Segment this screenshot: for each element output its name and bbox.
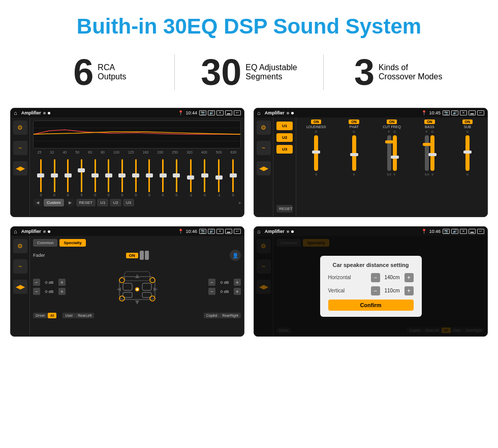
copilot-btn[interactable]: Copilot (204, 313, 220, 318)
eq-play-btn[interactable]: ▶ (66, 199, 75, 206)
fader-app-name: Amplifier (21, 229, 41, 234)
fader-sb3[interactable]: ◀▶ (13, 280, 27, 294)
eq-arrow-right[interactable]: » (238, 200, 241, 205)
eq-prev-btn[interactable]: ◀ (33, 199, 42, 206)
rl-minus[interactable]: − (33, 288, 40, 295)
eq-slider-1[interactable]: 0 (53, 159, 55, 197)
fader-screen-card: ⌂ Amplifier 📍 10:46 📷 🔊 ✕ ▬ ↩ ⚙ ~ ◀▶ (10, 226, 244, 337)
eq-custom-btn[interactable]: Custom (44, 199, 64, 206)
stat-number-crossover: 3 (354, 54, 375, 91)
eq-u2-btn[interactable]: U2 (110, 199, 121, 206)
crossover-reset-btn[interactable]: RESET (276, 205, 293, 213)
user-btn[interactable]: User (63, 313, 75, 318)
eq-sidebar-btn2[interactable]: ~ (13, 141, 27, 155)
svg-rect-7 (123, 292, 132, 297)
eq-sidebar-btn1[interactable]: ⚙ (13, 121, 27, 135)
fader-tab-common[interactable]: Common (33, 239, 57, 247)
fader-tab-specialty[interactable]: Specialty (59, 239, 85, 247)
fader-home-icon[interactable]: ⌂ (14, 228, 17, 234)
ch-phat-on[interactable]: ON (349, 120, 359, 124)
eq-slider-4[interactable]: 0 (94, 159, 96, 197)
all-btn[interactable]: All (48, 313, 57, 318)
confirm-button[interactable]: Confirm (328, 300, 414, 311)
ch-phat-name: PHAT (350, 125, 359, 129)
eq-slider-5[interactable]: 0 (108, 159, 110, 197)
ch-bass: ON BASS F 3.0 G 0 (412, 120, 447, 215)
eq-u1-btn[interactable]: U1 (97, 199, 108, 206)
fader-sb2[interactable]: ~ (13, 259, 27, 274)
eq-location-icon: 📍 (178, 110, 183, 115)
fr-plus[interactable]: + (234, 279, 241, 286)
crossover-sb3[interactable]: ◀▶ (257, 161, 271, 175)
fader-settings-icon[interactable]: 👤 (230, 250, 241, 261)
fr-minus[interactable]: − (208, 279, 215, 286)
eq-sidebar-btn3[interactable]: ◀▶ (13, 161, 27, 175)
eq-slider-0[interactable]: 0 (40, 159, 42, 197)
rearright-btn[interactable]: RearRight (220, 313, 241, 318)
crossover-back-icon[interactable]: ↩ (477, 110, 484, 115)
eq-slider-3[interactable]: 5 (80, 159, 82, 197)
fader-sb1[interactable]: ⚙ (13, 239, 27, 253)
eq-slider-10[interactable]: 0 (175, 159, 177, 197)
eq-slider-8[interactable]: 0 (148, 159, 150, 197)
stat-label-crossover: Kinds of Crossover Modes (379, 63, 442, 81)
eq-slider-2[interactable]: 0 (67, 159, 69, 197)
crossover-u3-btn[interactable]: U3 (276, 145, 293, 154)
crossover-location-icon: 📍 (421, 110, 427, 115)
crossover-sb1[interactable]: ⚙ (257, 121, 271, 135)
left-controls: − 0 dB + − 0 dB + (33, 279, 66, 295)
rr-minus[interactable]: − (208, 288, 215, 295)
rl-plus[interactable]: + (58, 288, 66, 295)
back-icon[interactable]: ↩ (234, 110, 241, 115)
eq-screen-card: ⌂ Amplifier 📍 10:44 📷 🔊 ✕ ▬ ↩ ⚙ ~ ◀▶ (10, 108, 244, 217)
eq-slider-6[interactable]: 0 (121, 159, 123, 197)
stat-divider-2 (323, 54, 324, 90)
eq-slider-9[interactable]: 0 (162, 159, 164, 197)
rl-value: 0 dB (42, 289, 57, 294)
speaker-layout: − 0 dB + − 0 dB + (33, 264, 241, 310)
dialog-back-icon[interactable]: ↩ (477, 229, 484, 234)
rearleft-btn[interactable]: RearLeft (75, 313, 94, 318)
eq-slider-12[interactable]: 0 (204, 159, 206, 197)
crossover-u1-btn[interactable]: U1 (276, 122, 293, 130)
dialog-horizontal-minus[interactable]: − (371, 273, 380, 282)
dialog-vertical-minus[interactable]: − (371, 286, 380, 295)
dialog-title: Car speaker distance setting (328, 262, 414, 268)
stat-rca: 6 RCA Outputs (30, 54, 169, 91)
eq-slider-7[interactable]: 0 (135, 159, 137, 197)
fader-on-btn[interactable]: ON (126, 253, 138, 258)
fader-label: Fader (33, 253, 45, 258)
dialog-status-icons: 📷 🔊 ✕ ▬ ↩ (443, 229, 484, 234)
fader-back-icon[interactable]: ↩ (234, 229, 241, 234)
fader-dot2 (48, 230, 50, 233)
dialog-vertical-stepper: − 110cm + (371, 286, 414, 295)
dialog-home-icon[interactable]: ⌂ (257, 228, 261, 234)
fl-minus[interactable]: − (33, 279, 40, 286)
eq-slider-13[interactable]: -1 (217, 159, 221, 197)
eq-slider-11[interactable]: -1 (189, 159, 192, 197)
ch-cutfreq-on[interactable]: ON (387, 120, 397, 124)
ch-sub-on[interactable]: ON (462, 120, 473, 124)
crossover-sb2[interactable]: ~ (257, 141, 271, 155)
crossover-screen-card: ⌂ Amplifier 📍 10:45 📷 🔊 ✕ ▬ ↩ ⚙ ~ ◀▶ U1 (254, 108, 488, 217)
fader-location-icon: 📍 (178, 229, 183, 234)
eq-slider-14[interactable]: 0 (232, 159, 234, 197)
ch-loudness-on[interactable]: ON (311, 120, 322, 124)
crossover-home-icon[interactable]: ⌂ (257, 110, 261, 116)
crossover-u2-btn[interactable]: U2 (276, 133, 293, 142)
svg-rect-8 (142, 292, 151, 297)
stat-eq: 30 EQ Adjustable Segments (180, 54, 319, 91)
rr-plus[interactable]: + (234, 288, 241, 295)
dialog-horizontal-plus[interactable]: + (404, 273, 414, 282)
driver-btn[interactable]: Driver (33, 313, 48, 318)
stat-label-rca: RCA Outputs (98, 63, 126, 81)
car-diagram (69, 264, 205, 310)
eq-reset-btn[interactable]: RESET (76, 199, 96, 206)
ch-bass-on[interactable]: ON (424, 120, 435, 124)
fader-screen-content: ⚙ ~ ◀▶ Common Specialty Fader ON (11, 236, 244, 335)
eq-u3-btn[interactable]: U3 (123, 199, 134, 206)
home-icon[interactable]: ⌂ (14, 110, 17, 116)
fl-plus[interactable]: + (58, 279, 66, 286)
crossover-dot1 (287, 112, 289, 114)
dialog-vertical-plus[interactable]: + (404, 286, 414, 295)
